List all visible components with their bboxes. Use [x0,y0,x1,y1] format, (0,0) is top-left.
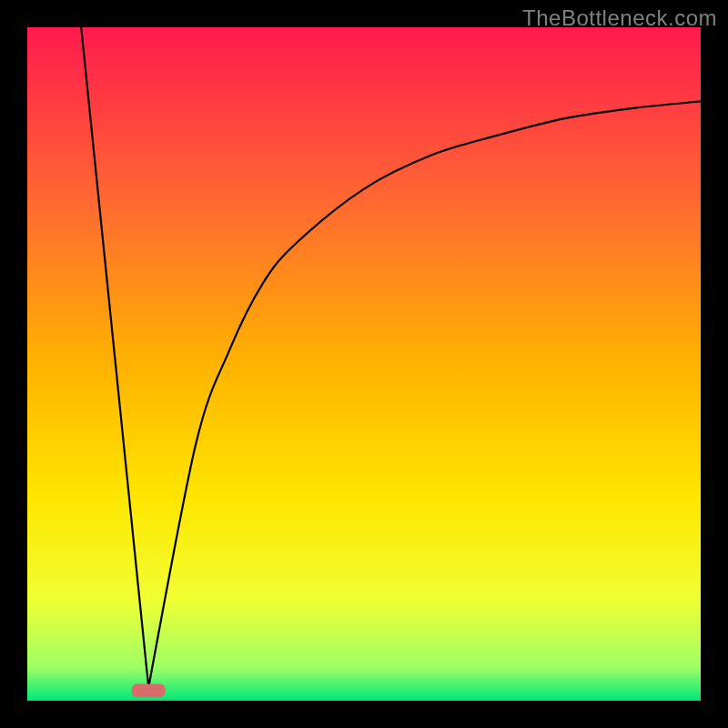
minimum-marker [132,684,166,698]
watermark-text: TheBottleneck.com [522,5,717,31]
chart-svg [27,27,701,701]
gradient-background [27,27,701,701]
plot-area [27,27,701,701]
chart-container: TheBottleneck.com [0,0,728,728]
